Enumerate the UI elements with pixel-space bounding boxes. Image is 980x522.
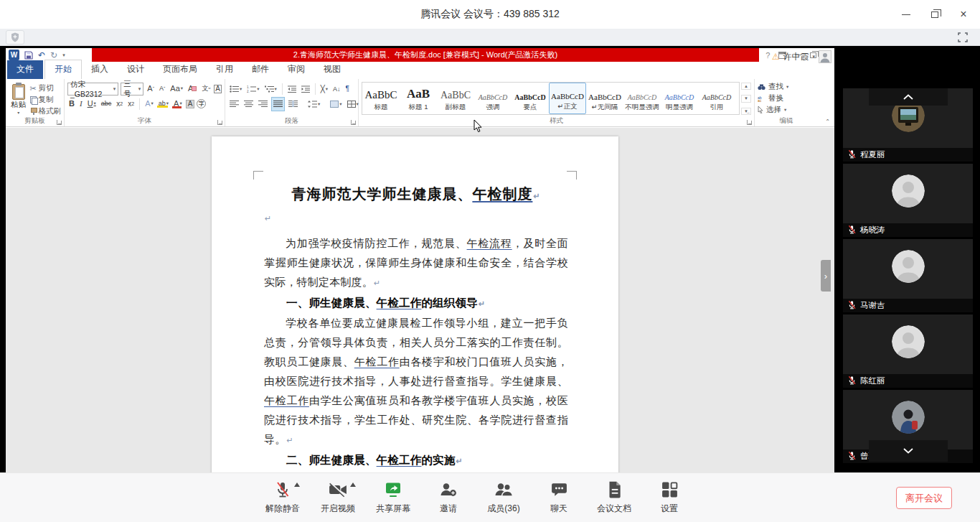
- style-正文[interactable]: AaBbCcD↵正文: [549, 83, 586, 114]
- tab-审阅[interactable]: 审阅: [278, 60, 314, 79]
- format-painter-button[interactable]: 格式刷: [30, 106, 62, 116]
- change-case-button[interactable]: Aa▾: [169, 85, 184, 93]
- style-标题[interactable]: AaBbC标题: [362, 83, 400, 114]
- help-button[interactable]: ?: [765, 51, 770, 60]
- toolbar-label: 解除静音: [265, 503, 300, 515]
- shading-button[interactable]: ▾: [329, 97, 343, 111]
- decrease-indent-button[interactable]: [286, 82, 298, 96]
- toolbar-mic-muted-button[interactable]: 解除静音: [260, 480, 306, 515]
- tab-开始[interactable]: 开始: [44, 60, 82, 79]
- clipboard-dialog-launcher[interactable]: [57, 120, 62, 125]
- tab-邮件[interactable]: 邮件: [242, 60, 278, 79]
- styles-more-icon[interactable]: ▼̲: [741, 108, 751, 115]
- asian-layout-button[interactable]: ╳▾: [319, 82, 329, 96]
- borders-button[interactable]: ▾: [346, 97, 360, 111]
- toolbar-members-button[interactable]: 成员(36): [481, 480, 527, 515]
- justify-button[interactable]: [271, 97, 285, 111]
- toolbar-settings-button[interactable]: 设置: [646, 480, 692, 515]
- font-size-combo[interactable]: 三号▾: [121, 83, 143, 95]
- font-name-combo[interactable]: 仿宋_GB2312▾: [67, 83, 118, 95]
- clear-formatting-button[interactable]: A: [187, 85, 198, 93]
- styles-scroll-up-icon[interactable]: ▲: [741, 83, 751, 90]
- subscript-button[interactable]: x2: [115, 101, 124, 108]
- tab-设计[interactable]: 设计: [118, 60, 154, 79]
- bold-button[interactable]: B: [67, 100, 76, 108]
- underline-button[interactable]: U▾: [86, 100, 98, 108]
- panel-scroll-down-button[interactable]: [869, 440, 948, 462]
- account-area[interactable]: ⚠ 许中霞 ▾: [772, 50, 831, 63]
- font-color-button[interactable]: A▾: [172, 100, 184, 108]
- style-无间隔[interactable]: AaBbCcD↵无间隔: [586, 83, 623, 114]
- participant-tile[interactable]: 杨晓涛: [843, 164, 973, 237]
- shrink-font-button[interactable]: Aˇ: [158, 85, 166, 92]
- style-明显强调[interactable]: AaBbCcD明显强调: [661, 83, 698, 114]
- character-shading-button[interactable]: A: [186, 100, 195, 108]
- character-border-button[interactable]: A: [214, 85, 222, 93]
- toolbar-chat-button[interactable]: 聊天: [536, 480, 582, 515]
- toolbar-share-screen-button[interactable]: 共享屏幕: [370, 480, 416, 515]
- document-page[interactable]: 青海师范大学师生健康晨、午检制度↵↵为加强学校疫情防控工作，规范晨、午检流程，及…: [212, 136, 618, 472]
- qat-customize-icon[interactable]: ▾: [62, 52, 65, 58]
- enclose-characters-button[interactable]: 字: [197, 99, 206, 108]
- caret-up-icon[interactable]: [294, 483, 300, 487]
- redo-icon[interactable]: ↻: [50, 51, 57, 60]
- paste-button[interactable]: 粘贴 ▾: [9, 81, 29, 116]
- styles-dialog-launcher[interactable]: [747, 120, 752, 125]
- numbering-button[interactable]: 1.2.▾: [245, 82, 260, 96]
- align-right-button[interactable]: [257, 97, 269, 111]
- caret-up-icon[interactable]: [350, 483, 356, 487]
- styles-scroll-down-icon[interactable]: ▼: [741, 95, 751, 102]
- style-标题 1[interactable]: AaB标题 1: [400, 83, 437, 114]
- tab-插入[interactable]: 插入: [82, 60, 118, 79]
- strikethrough-button[interactable]: abc: [100, 101, 113, 107]
- bullets-button[interactable]: ▾: [228, 82, 243, 96]
- font-dialog-launcher[interactable]: [217, 120, 222, 125]
- style-preview: AaBbCcD: [588, 84, 621, 101]
- tab-文件[interactable]: 文件: [7, 60, 43, 79]
- line-spacing-button[interactable]: ▾: [306, 97, 321, 111]
- show-marks-button[interactable]: ¶: [344, 82, 351, 96]
- tab-视图[interactable]: 视图: [314, 60, 350, 79]
- grow-font-button[interactable]: Aˆ: [146, 85, 156, 93]
- leave-meeting-button[interactable]: 离开会议: [896, 487, 952, 509]
- toolbar-doc-button[interactable]: 会议文档: [591, 480, 637, 515]
- tab-引用[interactable]: 引用: [207, 60, 242, 79]
- style-引用[interactable]: AaBbCcD引用: [698, 83, 735, 114]
- copy-button[interactable]: 复制: [30, 95, 62, 105]
- security-shield-button[interactable]: [6, 30, 24, 45]
- align-center-button[interactable]: [242, 97, 255, 111]
- style-要点[interactable]: AaBbCcD要点: [512, 83, 549, 114]
- minimize-button[interactable]: [897, 5, 915, 24]
- panel-collapse-button[interactable]: [869, 88, 948, 106]
- close-button[interactable]: ×: [954, 5, 973, 24]
- style-强调[interactable]: AaBbCcD强调: [474, 83, 512, 114]
- participant-tile[interactable]: 陈红丽: [843, 314, 973, 388]
- collapse-ribbon-icon[interactable]: ⌃: [825, 118, 830, 125]
- style-副标题[interactable]: AaBbC副标题: [437, 83, 474, 114]
- toolbar-camera-off-button[interactable]: 开启视频: [315, 480, 361, 515]
- italic-button[interactable]: I: [78, 100, 84, 108]
- sort-button[interactable]: A↓: [331, 82, 342, 96]
- maximize-button[interactable]: [925, 5, 944, 24]
- save-icon[interactable]: [24, 51, 33, 60]
- align-left-button[interactable]: [228, 97, 240, 111]
- participant-tile[interactable]: 马谢吉: [843, 239, 973, 312]
- superscript-button[interactable]: x2: [126, 101, 136, 108]
- panel-expand-handle[interactable]: ›: [821, 260, 831, 292]
- distribute-button[interactable]: [287, 97, 299, 111]
- replace-button[interactable]: abac 替换: [758, 93, 815, 103]
- fullscreen-button[interactable]: [954, 30, 971, 45]
- paragraph-dialog-launcher[interactable]: [351, 120, 356, 125]
- increase-indent-button[interactable]: [300, 82, 311, 96]
- select-button[interactable]: 选择▾: [758, 105, 815, 115]
- style-不明显强调[interactable]: AaBbCcD不明显强调: [623, 83, 661, 114]
- text-effects-button[interactable]: A▾: [143, 100, 155, 108]
- tab-页面布局[interactable]: 页面布局: [154, 60, 207, 79]
- phonetic-guide-button[interactable]: 文ʷ: [200, 85, 212, 92]
- highlight-button[interactable]: ab▾: [157, 101, 170, 107]
- undo-icon[interactable]: ↶: [38, 51, 45, 60]
- cut-button[interactable]: ✂剪切: [30, 83, 62, 93]
- multilevel-list-button[interactable]: ▾: [263, 82, 278, 96]
- toolbar-invite-button[interactable]: 邀请: [425, 480, 471, 515]
- find-button[interactable]: 查找▾: [758, 82, 815, 92]
